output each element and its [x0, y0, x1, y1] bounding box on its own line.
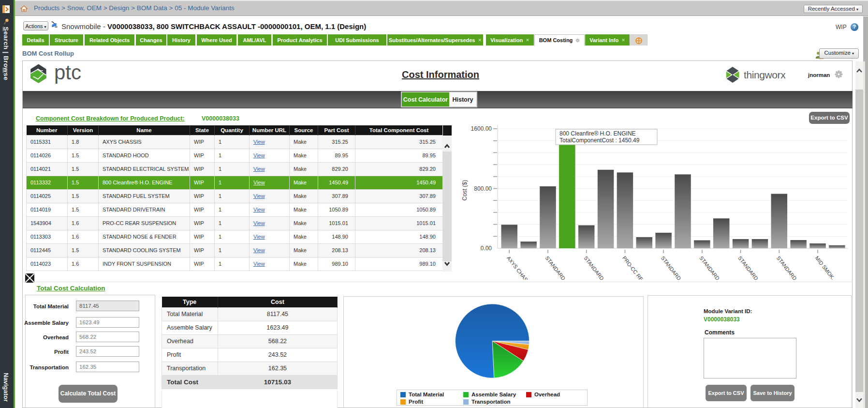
- svg-text:STANDARD...: STANDARD...: [776, 255, 801, 280]
- svg-text:STANDARD...: STANDARD...: [583, 255, 608, 280]
- svg-text:1600.00: 1600.00: [471, 125, 492, 132]
- svg-text:PRO-CC RE...: PRO-CC RE...: [621, 255, 647, 280]
- svg-text:800 Cleanfire® H.O. ENGINE: 800 Cleanfire® H.O. ENGINE: [559, 130, 636, 137]
- svg-text:AXYS CHAS...: AXYS CHAS...: [506, 255, 532, 280]
- svg-text:STANDARD...: STANDARD...: [737, 255, 762, 280]
- svg-text:0.00: 0.00: [481, 245, 492, 252]
- svg-text:TotalComponentCost : 1450.49: TotalComponentCost : 1450.49: [559, 137, 640, 144]
- svg-text:STANDARD...: STANDARD...: [544, 255, 569, 280]
- svg-text:STANDARD...: STANDARD...: [698, 255, 723, 280]
- svg-text:MID SMOK...: MID SMOK...: [814, 255, 838, 280]
- svg-text:Cost ($): Cost ($): [461, 180, 468, 201]
- svg-text:800.00: 800.00: [474, 185, 492, 192]
- svg-text:STANDARD...: STANDARD...: [660, 255, 685, 280]
- svg-text:ptc: ptc: [54, 62, 81, 84]
- svg-text:thingworx: thingworx: [744, 69, 786, 80]
